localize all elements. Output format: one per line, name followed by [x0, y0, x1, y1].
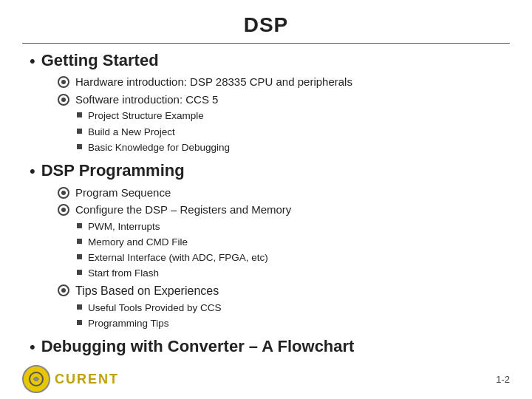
subsub-label-2: Build a New Project — [88, 125, 175, 140]
subsub-label-1: Project Structure Example — [88, 109, 204, 123]
subsub-pwm: PWM, Interrupts — [77, 219, 502, 234]
square-bullet-2 — [77, 129, 82, 134]
sub-item-configure-dsp: Configure the DSP – Registers and Memory — [58, 202, 502, 219]
square-bullet-tools — [77, 304, 82, 310]
page: DSP • Getting Started Hardware introduct… — [0, 0, 532, 399]
sub-item-hardware: Hardware introduction: DSP 28335 CPU and… — [58, 74, 502, 91]
subsub-label-mem: Memory and CMD File — [88, 235, 188, 250]
sub-label-hardware: Hardware introduction: DSP 28335 CPU and… — [75, 74, 352, 91]
configure-subsub-list: PWM, Interrupts Memory and CMD File Exte… — [77, 219, 502, 282]
title-area: DSP — [0, 0, 532, 43]
circle-bullet-prog-seq — [58, 187, 69, 199]
getting-started-sub-list: Hardware introduction: DSP 28335 CPU and… — [58, 74, 502, 155]
subsub-label-ext: External Interface (with ADC, FPGA, etc) — [88, 250, 268, 265]
section-bullet-3: • — [30, 338, 35, 357]
circle-bullet-tips — [58, 284, 69, 296]
logo-icon — [22, 365, 50, 393]
tips-subsub-list: Useful Tools Provided by CCS Programming… — [77, 301, 502, 332]
section-debugging: • Debugging with Converter – A Flowchart — [30, 337, 502, 357]
subsub-memory-cmd: Memory and CMD File — [77, 235, 502, 250]
section-bullet-2: • — [30, 162, 35, 181]
subsub-debugging: Basic Knowledge for Debugging — [77, 140, 502, 155]
logo-area: CURENT — [22, 365, 119, 393]
page-number: 1-2 — [496, 374, 510, 385]
svg-point-1 — [34, 377, 38, 381]
software-subsub-list: Project Structure Example Build a New Pr… — [77, 109, 502, 155]
footer: CURENT 1-2 — [0, 365, 532, 393]
square-bullet-prog-tips — [77, 320, 82, 325]
subsub-prog-tips: Programming Tips — [77, 316, 502, 331]
section-label-2: DSP Programming — [41, 161, 185, 180]
sub-label-prog-seq: Program Sequence — [75, 185, 171, 202]
square-bullet-3 — [77, 144, 82, 149]
subsub-build-project: Build a New Project — [77, 125, 502, 140]
sub-label-tips: Tips Based on Experiences — [75, 282, 219, 300]
sub-label-software: Software introduction: CCS 5 — [75, 92, 218, 109]
circle-bullet-hardware — [58, 76, 69, 88]
sub-label-configure: Configure the DSP – Registers and Memory — [75, 202, 291, 219]
subsub-useful-tools: Useful Tools Provided by CCS — [77, 301, 502, 316]
section-dsp-programming: • DSP Programming — [30, 161, 502, 181]
sub-item-program-seq: Program Sequence — [58, 185, 502, 202]
main-content: • Getting Started Hardware introduction:… — [0, 51, 532, 357]
section-label-3: Debugging with Converter – A Flowchart — [41, 337, 355, 356]
section-bullet-1: • — [30, 52, 35, 71]
square-bullet-1 — [77, 112, 82, 117]
subsub-label-tools: Useful Tools Provided by CCS — [88, 301, 222, 316]
square-bullet-mem — [77, 239, 82, 244]
square-bullet-flash — [77, 270, 82, 275]
square-bullet-pwm — [77, 223, 82, 228]
section-label-1: Getting Started — [41, 51, 159, 70]
logo-text: CURENT — [55, 372, 119, 387]
circle-bullet-software — [58, 94, 69, 106]
sub-item-tips: Tips Based on Experiences — [58, 282, 502, 300]
square-bullet-ext — [77, 254, 82, 259]
subsub-label-prog-tips: Programming Tips — [88, 316, 169, 331]
title-divider — [22, 43, 510, 44]
circle-bullet-configure — [58, 204, 69, 216]
section-getting-started: • Getting Started — [30, 51, 502, 71]
sub-item-software: Software introduction: CCS 5 — [58, 92, 502, 109]
page-title: DSP — [244, 13, 289, 36]
subsub-project-structure: Project Structure Example — [77, 109, 502, 123]
dsp-programming-sub-list: Program Sequence Configure the DSP – Reg… — [58, 185, 502, 332]
subsub-external-iface: External Interface (with ADC, FPGA, etc) — [77, 250, 502, 265]
subsub-start-flash: Start from Flash — [77, 266, 502, 281]
subsub-label-3: Basic Knowledge for Debugging — [88, 140, 230, 155]
subsub-label-flash: Start from Flash — [88, 266, 159, 281]
subsub-label-pwm: PWM, Interrupts — [88, 219, 160, 234]
